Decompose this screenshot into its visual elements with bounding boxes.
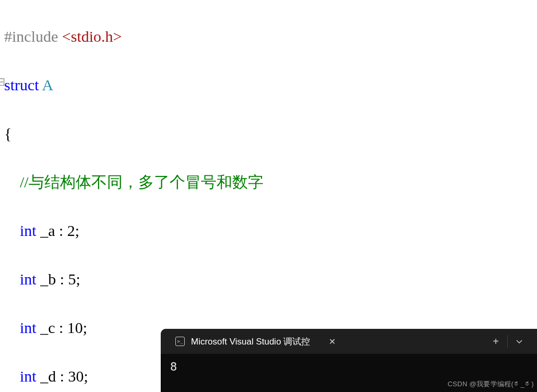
- output-value: 8: [170, 360, 177, 373]
- collapse-icon[interactable]: ⊟: [0, 73, 5, 91]
- close-tab-button[interactable]: ✕: [325, 335, 340, 349]
- preprocessor-directive: #include: [4, 28, 62, 45]
- dropdown-button[interactable]: [508, 329, 531, 354]
- field-decl: _b : 5;: [37, 270, 80, 288]
- terminal-titlebar[interactable]: >_ Microsoft Visual Studio 调试控 ✕ +: [161, 329, 537, 354]
- code-line[interactable]: #include <stdio.h>: [4, 25, 537, 49]
- type-name: A: [39, 76, 54, 93]
- code-line[interactable]: int _a : 2;: [4, 219, 537, 243]
- field-decl: _c : 10;: [37, 319, 88, 336]
- code-line[interactable]: ⊟struct A: [4, 73, 537, 98]
- code-line[interactable]: {: [4, 122, 537, 146]
- header-include: <stdio.h>: [62, 28, 122, 45]
- new-tab-button[interactable]: +: [484, 329, 507, 354]
- terminal-tab[interactable]: >_ Microsoft Visual Studio 调试控 ✕: [170, 329, 345, 354]
- code-line[interactable]: int _b : 5;: [4, 267, 537, 292]
- field-decl: _a : 2;: [37, 222, 80, 239]
- field-decl: _d : 30;: [37, 367, 88, 385]
- keyword-int: int: [20, 222, 37, 239]
- terminal-actions: +: [484, 329, 531, 354]
- chevron-down-icon: [516, 338, 523, 345]
- terminal-output[interactable]: 8: [161, 354, 537, 379]
- code-comment: //与结构体不同，多了个冒号和数字: [20, 173, 264, 191]
- keyword-int: int: [20, 319, 37, 336]
- code-line[interactable]: //与结构体不同，多了个冒号和数字: [4, 170, 537, 195]
- terminal-icon: >_: [175, 337, 185, 346]
- watermark: CSDN @我要学编程(ಥ_ಥ): [448, 379, 534, 389]
- brace-open: {: [4, 125, 11, 142]
- terminal-title: Microsoft Visual Studio 调试控: [191, 336, 310, 348]
- keyword-int: int: [20, 367, 37, 385]
- keyword-struct: struct: [4, 76, 39, 93]
- keyword-int: int: [20, 270, 37, 288]
